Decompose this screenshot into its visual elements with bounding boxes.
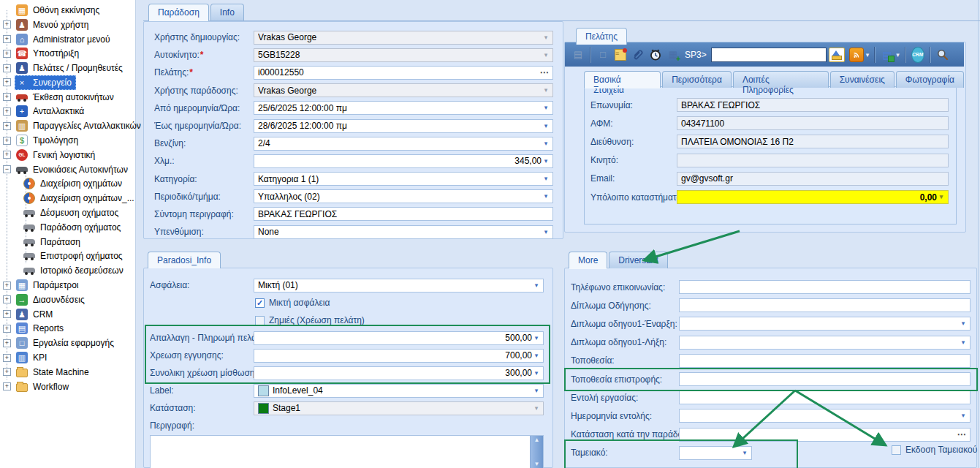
sidebar-item[interactable]: +□Εργαλεία εφαρμογής (0, 336, 135, 350)
field-input[interactable]: ▾ (679, 409, 970, 423)
store-balance-field[interactable]: 0,00▾ (677, 190, 949, 204)
field-input[interactable]: ΠΛΑΤΕΙΑ ΟΜΟΝΟΙΑΣ 16 Π2 (677, 135, 949, 148)
dropdown-arrow-icon[interactable]: ▾ (542, 158, 550, 165)
customer-code-field[interactable]: i000012550⋯ (254, 66, 553, 80)
tree-expander[interactable]: + (3, 20, 11, 29)
field-input[interactable]: Vrakas George▾ (254, 83, 553, 97)
field-input[interactable]: Κατηγορια 1 (1)▾ (254, 172, 553, 186)
dropdown-arrow-icon[interactable]: ▾ (532, 405, 541, 412)
scroll-down-icon[interactable]: ▼ (534, 460, 540, 468)
clipboard-button[interactable]: ▤▾ (880, 48, 900, 62)
tree-expander[interactable]: + (3, 325, 11, 333)
document-tab[interactable]: Παράδοση (148, 4, 209, 20)
sidebar-item[interactable]: ++Ανταλλακτικά (0, 105, 135, 119)
search-button[interactable] (935, 48, 950, 62)
tree-expander[interactable]: + (3, 93, 11, 101)
tree-expander[interactable]: + (3, 310, 11, 318)
customer-tab[interactable]: Βασικά Στοιχεία (584, 71, 661, 88)
attachment-button[interactable] (631, 48, 645, 62)
sidebar-item[interactable]: +▤Reports (0, 322, 135, 336)
reminder-button[interactable] (648, 48, 663, 62)
layout-report-button[interactable]: ▤ (571, 48, 585, 62)
import-button[interactable] (828, 47, 846, 63)
checkbox[interactable] (255, 316, 265, 325)
field-input[interactable]: Υπαλληλος (02)▾ (254, 189, 553, 203)
sidebar-item[interactable]: +♟Πελάτες / Προμηθευτές (0, 61, 135, 75)
field-input[interactable]: ΒΡΑΚΑΣ ΓΕΩΡΓΙΟΣ (677, 98, 949, 112)
sidebar-item[interactable]: +▦Παράμετροι (0, 278, 135, 292)
cash-register-select[interactable]: ▾ (679, 446, 752, 460)
sidebar-item[interactable]: +State Machine (0, 365, 135, 380)
dropdown-arrow-icon[interactable]: ▾ (532, 282, 541, 289)
sidebar-item[interactable]: +GLΓενική λογιστική (0, 148, 135, 162)
customer-tab[interactable]: Λοιπές Πληροφορίες (733, 71, 829, 88)
document-tab[interactable]: Info (210, 4, 244, 20)
return-location-field[interactable] (679, 372, 970, 386)
rss-button[interactable]: ▾ (848, 47, 870, 63)
dropdown-arrow-icon[interactable]: ▾ (532, 335, 541, 341)
dropdown-arrow-icon[interactable]: ▾ (542, 34, 550, 41)
sidebar-item[interactable]: +▥Παραγγελίες Ανταλλακτικών (0, 118, 135, 133)
sidebar-item[interactable]: +$Τιμολόγηση (0, 133, 135, 148)
tree-expander[interactable]: + (3, 282, 11, 290)
sidebar-item[interactable]: Επιστροφή οχήματος (0, 249, 135, 264)
field-input[interactable]: gv@gvsoft.gr (677, 172, 949, 186)
field-input[interactable]: Μικτή (01)▾ (254, 279, 544, 292)
dropdown-arrow-icon[interactable]: ▾ (542, 52, 550, 58)
dropdown-arrow-icon[interactable]: ▾ (532, 370, 541, 377)
customer-tab[interactable]: Περισσότερα (662, 71, 732, 88)
tree-expander[interactable]: + (3, 354, 11, 362)
tree-expander[interactable]: + (3, 35, 11, 43)
sidebar-item[interactable]: +☎Υποστήριξη (0, 46, 135, 61)
customer-tab[interactable]: Φωτογραφία (896, 71, 964, 88)
field-input[interactable]: 345,00▾ (254, 154, 553, 168)
tree-expander[interactable]: + (3, 137, 11, 145)
tree-expander[interactable]: + (3, 122, 11, 130)
tree-expander[interactable]: + (3, 382, 11, 390)
sidebar-item[interactable]: +▥KPI (0, 350, 135, 365)
total-rental-charge-field[interactable]: 300,00▾ (254, 366, 544, 380)
field-input[interactable] (679, 280, 970, 294)
customer-payment-field[interactable]: 500,00▾ (254, 331, 544, 345)
field-input[interactable]: 25/6/2025 12:00:00 πμ▾ (254, 101, 553, 115)
tree-expander[interactable]: + (3, 50, 11, 58)
sidebar-item[interactable]: +Έκθεση αυτοκινήτων (0, 90, 135, 105)
customer-panel-tab[interactable]: Πελάτης (576, 28, 627, 45)
guarantee-charge-field[interactable]: 700,00▾ (254, 349, 544, 363)
tree-expander[interactable]: + (3, 107, 11, 116)
tree-expander[interactable]: + (3, 151, 11, 159)
dropdown-arrow-icon[interactable]: ▾ (959, 412, 968, 419)
dropdown-arrow-icon[interactable]: ▾ (542, 105, 550, 111)
field-input[interactable]: ⋯ (679, 428, 970, 442)
sidebar-item[interactable]: +⌂Administrator μενού (0, 32, 135, 47)
field-input[interactable] (679, 390, 970, 404)
field-input[interactable]: 28/6/2025 12:00:00 πμ▾ (254, 119, 553, 133)
textarea-scrollbar[interactable]: ▲▼ (530, 436, 543, 468)
tree-expander[interactable]: − (3, 165, 11, 173)
field-input[interactable]: InfoLevel_04▾ (254, 384, 544, 398)
grid-export-button[interactable]: ▦+ (666, 48, 680, 62)
customer-tab[interactable]: Συναινέσεις (830, 71, 894, 88)
ellipsis-button[interactable]: ⋯ (956, 429, 968, 439)
sidebar-item[interactable]: +→Διασυνδέσεις (0, 292, 135, 307)
field-input[interactable]: ▾ (679, 336, 970, 350)
sidebar-item[interactable]: Παράδοση οχήματος (0, 220, 135, 235)
new-window-button[interactable]: □ (596, 48, 610, 62)
dropdown-arrow-icon[interactable]: ▾ (542, 123, 550, 129)
tree-expander[interactable]: + (3, 295, 11, 303)
checkbox[interactable]: ✓ (255, 298, 265, 308)
sidebar-item[interactable]: Παράταση (0, 235, 135, 249)
dropdown-arrow-icon[interactable]: ▾ (959, 339, 968, 346)
sidebar-item[interactable]: Ιστορικό δεσμεύσεων (0, 263, 135, 278)
dropdown-arrow-icon[interactable]: ▾ (542, 193, 550, 200)
field-input[interactable]: ΒΡΑΚΑΣ ΓΕΩΡΓΙΟΣ (254, 207, 553, 221)
crm-button[interactable]: CRM (911, 48, 925, 62)
dropdown-arrow-icon[interactable]: ▾ (532, 388, 541, 394)
tree-expander[interactable]: + (3, 368, 11, 376)
tree-expander[interactable]: + (3, 78, 11, 86)
field-input[interactable]: Vrakas George▾ (254, 31, 553, 45)
tree-expander[interactable]: + (3, 339, 11, 347)
field-input[interactable]: 5GB15228▾ (254, 48, 553, 62)
field-input[interactable] (679, 298, 970, 312)
sidebar-item[interactable]: ▦Οθόνη εκκίνησης (0, 3, 135, 18)
